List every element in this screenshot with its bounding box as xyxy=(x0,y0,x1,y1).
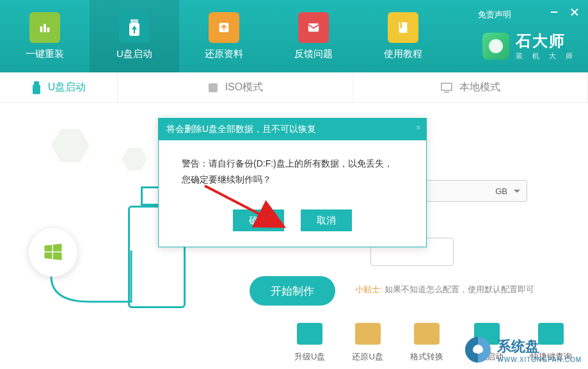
svg-rect-12 xyxy=(34,81,39,85)
tool-label: 升级U盘 xyxy=(294,351,325,363)
nav-label: U盘启动 xyxy=(116,48,152,60)
nav-tutorial[interactable]: 使用教程 xyxy=(358,0,448,72)
brand-title: 石大师 xyxy=(516,31,576,51)
button-label: 开始制作 xyxy=(271,284,314,299)
iso-icon xyxy=(207,82,219,94)
dialog-titlebar: 将会删除U盘全部数据，且不可以恢复 × xyxy=(159,119,426,140)
restore-usb-icon xyxy=(355,323,381,345)
tab-usb-boot[interactable]: U盘启动 xyxy=(0,72,118,102)
windows-logo-icon xyxy=(29,228,77,277)
watermark-logo-icon xyxy=(463,334,493,365)
capacity-dropdown[interactable]: GB xyxy=(422,180,527,202)
dialog-close-button[interactable]: × xyxy=(416,122,421,133)
warning-line2: 您确定要继续制作吗？ xyxy=(182,172,403,188)
restore-icon xyxy=(209,12,239,43)
svg-rect-8 xyxy=(400,22,402,28)
tab-local-mode[interactable]: 本地模式 xyxy=(353,72,588,102)
dialog-footer: 确定 取消 xyxy=(159,203,426,247)
svg-rect-14 xyxy=(209,83,218,92)
nav-reinstall[interactable]: 一键重装 xyxy=(0,0,90,72)
dialog-ok-button[interactable]: 确定 xyxy=(233,209,284,231)
disclaimer-link[interactable]: 免责声明 xyxy=(478,9,511,20)
reinstall-icon xyxy=(29,12,60,43)
tab-label: U盘启动 xyxy=(48,81,86,94)
svg-rect-13 xyxy=(33,85,40,94)
dialog-body: 警告：请自行备份(D:F:)盘上的所有数据，以免丢失， 您确定要继续制作吗？ xyxy=(159,140,426,203)
svg-rect-15 xyxy=(441,83,452,90)
usb-boot-icon xyxy=(119,12,150,43)
brand-subtitle: 装 机 大 师 xyxy=(516,51,576,61)
local-icon xyxy=(440,82,453,94)
nav-feedback[interactable]: 反馈问题 xyxy=(269,0,358,72)
nav-usb-boot[interactable]: U盘启动 xyxy=(90,0,179,72)
upgrade-usb-icon xyxy=(297,323,322,345)
tool-label: 还原U盘 xyxy=(352,351,383,363)
nav-label: 一键重装 xyxy=(26,48,64,60)
minimize-button[interactable] xyxy=(548,6,560,18)
tool-label: 格式转换 xyxy=(410,351,443,363)
nav-label: 反馈问题 xyxy=(294,48,333,60)
tool-upgrade-usb[interactable]: 升级U盘 xyxy=(294,323,325,363)
watermark-url: WWW.XITONGPAN.COM xyxy=(497,356,582,363)
tab-label: ISO模式 xyxy=(225,81,264,94)
brand: 石大师 装 机 大 师 xyxy=(482,31,576,61)
format-convert-icon xyxy=(414,323,440,345)
nav-label: 还原资料 xyxy=(205,48,243,60)
svg-rect-3 xyxy=(131,19,138,23)
tool-restore-usb[interactable]: 还原U盘 xyxy=(352,323,383,363)
tip-row: 小贴士: 如果不知道怎么配置，使用默认配置即可 xyxy=(355,284,534,295)
watermark-title: 系统盘 xyxy=(497,337,582,356)
tool-format-convert[interactable]: 格式转换 xyxy=(410,323,443,363)
tutorial-icon xyxy=(388,12,418,43)
app-header: 一键重装 U盘启动 还原资料 反馈问题 使用教程 免责声明 石大师 装 机 大 … xyxy=(0,0,588,72)
svg-rect-2 xyxy=(47,28,50,32)
svg-rect-1 xyxy=(44,24,46,33)
usb-icon xyxy=(31,81,42,94)
warning-line1: 警告：请自行备份(D:F:)盘上的所有数据，以免丢失， xyxy=(182,156,403,172)
watermark: 系统盘 WWW.XITONGPAN.COM xyxy=(463,334,582,365)
close-button[interactable] xyxy=(569,6,580,18)
dropdown-value: GB xyxy=(495,186,507,196)
nav-restore[interactable]: 还原资料 xyxy=(179,0,269,72)
confirm-dialog: 将会删除U盘全部数据，且不可以恢复 × 警告：请自行备份(D:F:)盘上的所有数… xyxy=(158,118,427,247)
nav-label: 使用教程 xyxy=(384,48,422,60)
tab-label: 本地模式 xyxy=(459,81,500,94)
feedback-icon xyxy=(298,12,329,43)
brand-logo-icon xyxy=(482,33,509,60)
tip-text: 如果不知道怎么配置，使用默认配置即可 xyxy=(385,284,534,294)
tip-label: 小贴士: xyxy=(355,284,383,294)
window-controls xyxy=(548,6,580,18)
svg-rect-0 xyxy=(40,26,43,32)
start-make-button[interactable]: 开始制作 xyxy=(250,276,335,306)
dialog-title-text: 将会删除U盘全部数据，且不可以恢复 xyxy=(166,124,316,134)
dialog-cancel-button[interactable]: 取消 xyxy=(301,209,352,231)
tab-iso-mode[interactable]: ISO模式 xyxy=(118,72,353,102)
mode-tabs: U盘启动 ISO模式 本地模式 xyxy=(0,72,588,103)
